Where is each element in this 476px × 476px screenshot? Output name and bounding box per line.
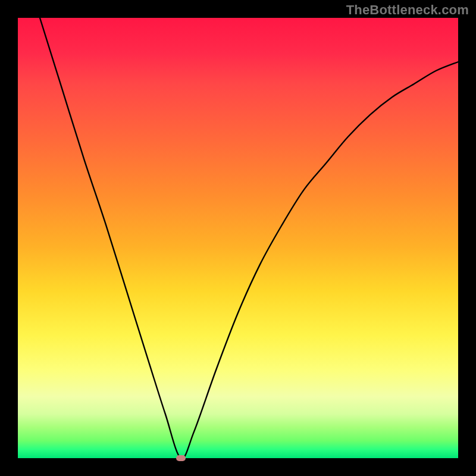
watermark-text: TheBottleneck.com: [346, 2, 469, 18]
chart-frame: TheBottleneck.com: [0, 0, 476, 476]
bottleneck-curve: [18, 18, 458, 458]
optimal-point-marker: [176, 455, 186, 461]
plot-area: [18, 18, 458, 458]
